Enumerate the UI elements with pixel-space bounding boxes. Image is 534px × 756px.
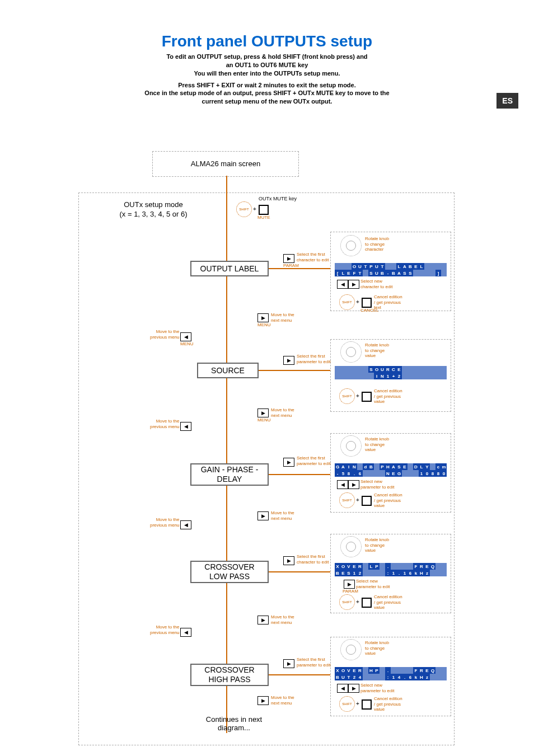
hint-next-menu: Move to the next menu xyxy=(271,695,294,706)
knob-icon xyxy=(340,639,362,660)
mute-key-icon xyxy=(259,205,269,215)
step-output-label: OUTPUT LABEL xyxy=(190,261,269,276)
right-arrow-icon: ▶ xyxy=(257,313,269,322)
hint-cancel-val: Cancel edition / get previous value xyxy=(374,492,402,509)
shift-icon: SHIFT xyxy=(339,492,355,508)
hint-next-menu: Move to the next menu xyxy=(271,510,294,521)
shift-icon: SHIFT xyxy=(236,201,252,217)
knob-icon xyxy=(340,341,362,363)
shift-icon: SHIFT xyxy=(339,696,355,712)
hint-cancel-val: Cancel edition / get previous value xyxy=(374,696,402,712)
mute-key-label: OUTx MUTE key xyxy=(259,196,297,202)
right-arrow-icon: ▶ xyxy=(283,556,294,565)
hint-first-param: Select the first parameter to edit xyxy=(297,456,330,466)
main-screen-box: ALMA26 main screen xyxy=(174,157,278,170)
hint-next-menu: Move to the next menu xyxy=(271,407,294,418)
mute-key-icon xyxy=(362,496,372,506)
hint-next-menu: Move to the next menu xyxy=(271,614,294,625)
right-arrow-icon: ▶ xyxy=(344,580,355,589)
step-crossover-high-pass: CROSSOVER HIGH PASS xyxy=(190,664,269,686)
hint-first-param: Select the first parameter to edit xyxy=(297,354,330,364)
connector xyxy=(259,370,330,371)
right-arrow-icon: ▶ xyxy=(283,458,294,467)
hint-next-menu: Move to the next menu xyxy=(271,312,294,323)
hint-rotate-val: Rotate knob to change value xyxy=(365,537,389,553)
step-source: SOURCE xyxy=(197,363,259,378)
left-arrow-icon: ◀ xyxy=(337,684,348,693)
language-tab: ES xyxy=(496,93,518,109)
continues-label: Continues in next diagram... xyxy=(200,715,268,732)
lcd-gain: GAINdBPHASEDLYcm-58.6NEG10880 xyxy=(335,463,447,477)
hint-new-param: Select new parameter to edit xyxy=(360,479,394,490)
right-arrow-icon: ▶ xyxy=(283,254,294,263)
right-arrow-icon: ▶ xyxy=(348,280,359,289)
intro-line: an OUT1 to OUT6 MUTE key xyxy=(93,61,441,69)
left-arrow-icon: ◀ xyxy=(337,480,348,489)
knob-icon xyxy=(340,235,362,256)
lcd-output-label: OUTPUTLABEL[LEFTSUB-BASS] xyxy=(335,263,447,276)
setup-mode-line2: (x = 1, 3, 3, 4, 5 or 6) xyxy=(119,210,187,219)
shift-icon: SHIFT xyxy=(339,388,355,404)
lcd-xover-lp: XOVERLP.FREQBES12:1.16kHz xyxy=(335,563,447,576)
lcd-xover-hp: XOVERHP.FREQBUT24:14.6kHz xyxy=(335,667,447,680)
shift-icon: SHIFT xyxy=(339,294,355,310)
right-arrow-icon: ▶ xyxy=(348,480,359,489)
param-label: PARAM xyxy=(283,263,299,269)
intro-line: Once in the setup mode of an output, pre… xyxy=(93,89,441,97)
right-arrow-icon: ▶ xyxy=(257,616,269,624)
page-title: Front panel OUTPUTS setup xyxy=(0,32,534,50)
plus-icon: + xyxy=(356,701,359,707)
mute-sub-label: MUTE xyxy=(257,215,270,220)
mute-key-icon xyxy=(362,392,372,402)
left-arrow-icon: ◀ xyxy=(180,332,191,341)
right-arrow-icon: ▶ xyxy=(257,696,269,705)
knob-icon xyxy=(340,435,362,457)
intro-line: current setup menu of the new OUTx outpu… xyxy=(93,97,441,106)
right-arrow-icon: ▶ xyxy=(257,408,269,417)
hint-cancel-text: Cancel edition / get previous text xyxy=(374,294,402,311)
knob-icon xyxy=(340,536,362,557)
connector xyxy=(269,674,330,675)
intro-line: You will then enter into the OUTPUTs set… xyxy=(93,69,441,78)
right-arrow-icon: ▶ xyxy=(283,659,294,668)
hint-first-char: Select the first character to edit xyxy=(297,554,329,565)
plus-icon: + xyxy=(356,497,359,503)
hint-rotate-val: Rotate knob to change value xyxy=(365,436,389,453)
hint-new-param: Select new parameter to edit xyxy=(356,579,390,589)
connector xyxy=(269,571,330,572)
left-arrow-icon: ◀ xyxy=(337,280,348,289)
menu-label: MENU xyxy=(257,322,271,328)
hint-rotate-val: Rotate knob to change value xyxy=(365,342,389,359)
hint-first-param: Select the first parameter to edit xyxy=(297,657,330,668)
step-crossover-low-pass: CROSSOVER LOW PASS xyxy=(190,561,269,583)
right-arrow-icon: ▶ xyxy=(283,356,294,365)
connector xyxy=(269,474,330,475)
intro-block: To edit an OUTPUT setup, press & hold SH… xyxy=(93,53,441,106)
hint-prev-menu: Move to the previous menu xyxy=(150,329,179,340)
hint-prev-menu: Move to the previous menu xyxy=(150,624,179,635)
intro-line: Press SHIFT + EXIT or wait 2 minutes to … xyxy=(93,81,441,90)
hint-prev-menu: Move to the previous menu xyxy=(150,517,179,528)
hint-rotate-char: Rotate knob to change character xyxy=(365,236,389,252)
right-arrow-icon: ▶ xyxy=(257,511,269,520)
left-arrow-icon: ◀ xyxy=(180,422,191,431)
connector xyxy=(269,268,330,269)
param-label: PARAM xyxy=(343,589,358,594)
hint-rotate-val: Rotate knob to change value xyxy=(365,640,389,656)
left-arrow-icon: ◀ xyxy=(180,520,191,529)
lcd-source: SOURCEIN1+2 xyxy=(335,366,447,379)
hint-prev-menu: Move to the previous menu xyxy=(150,419,179,429)
hint-cancel-val: Cancel edition / get previous value xyxy=(374,388,402,405)
menu-label: MENU xyxy=(180,341,194,347)
setup-mode-line1: OUTx setup mode xyxy=(124,200,183,210)
setup-mode-box: OUTx setup mode (x = 1, 3, 3, 4, 5 or 6) xyxy=(93,198,214,222)
plus-icon: + xyxy=(356,393,359,399)
hint-first-char: Select the first character to edit xyxy=(297,252,329,262)
mute-key-icon xyxy=(362,298,372,308)
menu-label: MENU xyxy=(257,417,271,423)
step-gain-phase-delay: GAIN - PHASE - DELAY xyxy=(190,463,269,486)
hint-cancel-val: Cancel edition / get previous value xyxy=(374,594,402,611)
plus-icon: + xyxy=(356,299,359,305)
shift-icon: SHIFT xyxy=(339,594,355,610)
intro-line: To edit an OUTPUT setup, press & hold SH… xyxy=(93,53,441,61)
